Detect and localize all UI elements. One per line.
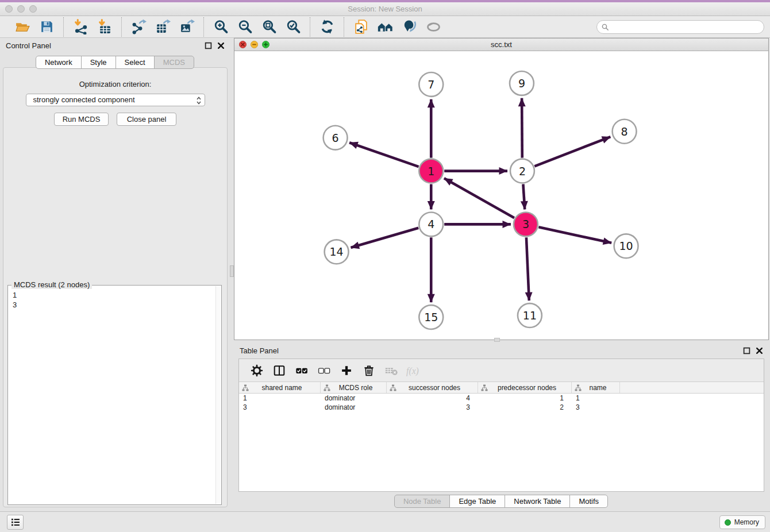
table-row[interactable]: 1dominator411 <box>239 394 764 403</box>
tab-edge-table[interactable]: Edge Table <box>449 495 505 508</box>
tab-select[interactable]: Select <box>116 56 155 69</box>
select-all-icon[interactable] <box>291 361 312 380</box>
search-box <box>596 20 764 34</box>
graph-edge-2-9[interactable] <box>522 98 522 158</box>
toolbar-group <box>344 17 450 37</box>
graph-node-15[interactable]: 15 <box>419 305 443 329</box>
table-panel: Table Panel f(x) shared nameMCDS rolesuc… <box>234 343 769 509</box>
close-panel-icon[interactable] <box>756 347 763 354</box>
network-window-titlebar: scc.txt <box>234 38 768 51</box>
hierarchy-icon <box>390 384 396 391</box>
delete-row-icon[interactable] <box>358 361 379 380</box>
graph-node-label: 8 <box>621 125 628 138</box>
graph-node-10[interactable]: 10 <box>614 234 638 258</box>
task-history-button[interactable] <box>7 515 24 530</box>
network-canvas[interactable]: 7968124314101511 <box>234 52 768 340</box>
result-scrollbar[interactable] <box>215 286 221 504</box>
table-header: shared nameMCDS rolesuccessor nodesprede… <box>239 382 764 394</box>
table-row[interactable]: 3dominator323 <box>239 403 764 412</box>
table-cell[interactable]: 1 <box>478 394 572 403</box>
table-cell[interactable]: 1 <box>239 394 321 403</box>
hide-selected-icon[interactable] <box>397 18 421 36</box>
graph-edge-1-6[interactable] <box>349 142 418 167</box>
optimization-criterion-label: Optimization criterion: <box>3 80 227 88</box>
vertical-split-handle[interactable] <box>230 265 234 277</box>
graph-node-6[interactable]: 6 <box>324 126 348 150</box>
search-input[interactable] <box>596 20 764 34</box>
column-header-MCDS-role[interactable]: MCDS role <box>321 382 387 393</box>
graph-edge-2-3[interactable] <box>523 184 525 209</box>
graph-edge-4-14[interactable] <box>351 228 418 248</box>
import-network-icon[interactable] <box>68 18 93 36</box>
float-panel-icon[interactable] <box>205 42 212 49</box>
app-titlebar: Session: New Session <box>0 2 770 16</box>
tab-style[interactable]: Style <box>81 56 116 69</box>
horizontal-split-handle[interactable] <box>494 338 500 342</box>
graph-node-label: 10 <box>619 240 633 252</box>
control-panel-tabs: NetworkStyleSelectMCDS <box>0 56 230 69</box>
table-cell[interactable]: 3 <box>239 403 321 412</box>
export-network-icon[interactable] <box>126 18 151 36</box>
list-icon <box>10 516 21 528</box>
graph-node-3[interactable]: 3 <box>514 212 538 236</box>
svg-text:f(x): f(x) <box>406 365 419 376</box>
open-session-icon[interactable] <box>10 18 34 36</box>
column-header-predecessor-nodes[interactable]: predecessor nodes <box>478 382 572 393</box>
graph-edge-3-1[interactable] <box>444 178 514 218</box>
network-graph: 7968124314101511 <box>234 52 768 340</box>
graph-node-label: 1 <box>428 165 434 178</box>
graph-node-14[interactable]: 14 <box>325 240 349 264</box>
export-table-icon[interactable] <box>151 18 175 36</box>
zoom-fit-icon[interactable] <box>257 18 281 36</box>
criterion-dropdown[interactable]: strongly connected component <box>26 94 205 106</box>
tab-node-table[interactable]: Node Table <box>394 495 451 508</box>
zoom-in-icon[interactable] <box>209 18 233 36</box>
table-cell[interactable]: 4 <box>387 394 478 403</box>
memory-button[interactable]: Memory <box>719 515 765 529</box>
zoom-out-icon[interactable] <box>233 18 257 36</box>
graph-edge-3-11[interactable] <box>526 237 529 300</box>
refresh-icon[interactable] <box>315 18 339 36</box>
close-panel-button[interactable]: Close panel <box>117 113 176 126</box>
column-header-name[interactable]: name <box>572 382 620 393</box>
first-neighbors-icon[interactable] <box>373 18 397 36</box>
deselect-all-icon[interactable] <box>313 361 334 380</box>
import-table-icon[interactable] <box>93 18 117 36</box>
tab-network[interactable]: Network <box>36 56 82 69</box>
graph-node-9[interactable]: 9 <box>510 71 534 95</box>
graph-node-11[interactable]: 11 <box>518 303 542 327</box>
table-cell[interactable]: 3 <box>572 403 620 412</box>
graph-edge-2-8[interactable] <box>534 137 610 166</box>
tab-motifs[interactable]: Motifs <box>569 495 608 508</box>
table-cell[interactable]: 1 <box>572 394 620 403</box>
tab-network-table[interactable]: Network Table <box>505 495 570 508</box>
table-cell[interactable]: dominator <box>321 394 387 403</box>
save-session-icon[interactable] <box>34 18 59 36</box>
table-cell[interactable]: 2 <box>478 403 572 412</box>
gear-icon[interactable] <box>246 361 267 380</box>
graph-node-4[interactable]: 4 <box>419 212 443 236</box>
graph-edge-3-10[interactable] <box>538 227 611 243</box>
graph-node-1[interactable]: 1 <box>419 159 443 183</box>
toolbar-group <box>6 17 63 37</box>
table-cell[interactable]: 3 <box>387 403 478 412</box>
column-header-successor-nodes[interactable]: successor nodes <box>387 382 478 393</box>
status-bar: Memory <box>0 511 770 532</box>
tab-mcds[interactable]: MCDS <box>154 56 194 69</box>
table-cell[interactable]: dominator <box>321 403 387 412</box>
float-panel-icon[interactable] <box>743 347 750 354</box>
columns-icon[interactable] <box>268 361 290 380</box>
add-row-icon[interactable] <box>336 361 357 380</box>
graph-node-8[interactable]: 8 <box>613 119 637 144</box>
duplicate-network-icon[interactable] <box>349 18 373 36</box>
graph-node-7[interactable]: 7 <box>419 72 443 97</box>
fx-icon: f(x) <box>403 361 424 380</box>
close-panel-icon[interactable] <box>217 42 225 49</box>
column-header-shared-name[interactable]: shared name <box>239 382 321 393</box>
zoom-selected-icon[interactable] <box>281 18 305 36</box>
graph-node-2[interactable]: 2 <box>510 159 534 183</box>
export-image-icon[interactable] <box>175 18 199 36</box>
graphics-details-icon[interactable] <box>421 18 445 36</box>
control-panel-title: Control Panel <box>6 41 51 50</box>
run-mcds-button[interactable]: Run MCDS <box>54 113 109 126</box>
